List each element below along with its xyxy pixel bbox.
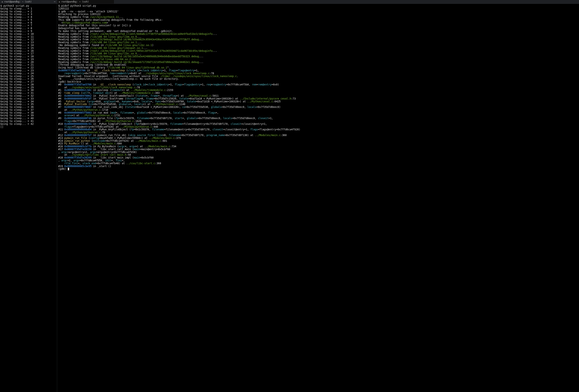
- output-line: [Thread debugging using libthread_db ena…: [58, 63, 578, 66]
- sleep-line: Going to sleep... = 17: [0, 52, 56, 55]
- sleep-line: Going to sleep... = 25: [0, 75, 56, 78]
- output-line: 78 ../sysdeps/unix/sysv/linux/clock_nano…: [58, 78, 578, 80]
- terminal-right[interactable]: $ pidof python3 script.py 1265122 $ gdb …: [57, 4, 579, 392]
- path: /root/.cache/debuginfod_client/985ec2df5…: [90, 50, 213, 52]
- path: /usr/lib/debug/.build-id/50/2d55a5e42488…: [90, 55, 199, 58]
- sleep-line: Going to sleep... = 27: [0, 80, 56, 83]
- split-panes: $ python3 script.py Going to sleep... = …: [0, 4, 579, 392]
- output-line: Debuginfod has been enabled.: [58, 27, 578, 30]
- path: /lib/x86_64-linux-gnu/libc.so.6: [90, 52, 137, 55]
- tab-overflow-icon[interactable]: ⋯: [54, 0, 55, 3]
- backtrace-frame: #15 Py_RunMain () at ../Modules/main.c:6…: [58, 142, 578, 145]
- backtrace-frame: flags=flags@entry=0x7ffd6ca4f928) at ../…: [58, 126, 578, 128]
- backtrace-frame: #3 0x00000000004f6862 in _PyEval_EvalFra…: [58, 95, 578, 97]
- backtrace-frame: #14 pymain_run_python (exitcode=0x7ffd6c…: [58, 140, 578, 143]
- shell-prompt: $: [58, 10, 61, 13]
- sleep-line: Going to sleep... = 38: [0, 112, 56, 114]
- sleep-line: Going to sleep... = 42: [0, 123, 56, 126]
- backtrace-frame: #19 0x00000000005cbe95 in _start (): [58, 165, 578, 168]
- path: /usr/lib/debug/.build-id/88/535e0829c850…: [90, 38, 199, 41]
- backtrace-frame: at ../sysdeps/nptl/libc_start_call_main.…: [58, 154, 578, 156]
- command: pidof python3 script.py: [61, 4, 96, 7]
- cursor: [68, 168, 69, 170]
- sleep-line: Going to sleep... = 5: [0, 19, 56, 21]
- sleep-line: Going to sleep... = 9: [0, 30, 56, 33]
- path: /lib/x86_64-linux-gnu/libm.so.6: [90, 35, 137, 38]
- backtrace-frame: #12 0x0000000000606fbf in pymain_run_fil…: [58, 134, 578, 137]
- backtrace-frame: #1 0x000000000062c3dc in pysleep (timeou…: [58, 89, 578, 92]
- sleep-line: Going to sleep... = 30: [0, 89, 56, 92]
- backtrace-frame: #4 0x00000000005d9fdf in _PyEval_EvalFra…: [58, 97, 578, 100]
- backtrace-frame: rtld_fini=, stack_end=0x7ffd6ca4fb48) at…: [58, 162, 578, 165]
- sleep-line: Going to sleep... = 8: [0, 27, 56, 30]
- sleep-line: Going to sleep... = 41: [0, 120, 56, 123]
- sleep-line: Going to sleep... = 19: [0, 58, 56, 61]
- path: ./time/../sysdeps/unix/sysv/linux/clock_…: [160, 75, 237, 78]
- sleep-line: Going to sleep... = 10: [0, 33, 56, 36]
- path: /lib/x86_64-linux-gnu/libz.so.1: [105, 44, 152, 47]
- sleep-line: Going to sleep... = 21: [0, 63, 56, 66]
- output-line: Attaching to process 1265122: [58, 13, 578, 16]
- sleep-line: Going to sleep... = 22: [0, 66, 56, 69]
- close-icon[interactable]: ✕: [59, 0, 60, 3]
- sleep-line: Going to sleep... = 1: [0, 7, 56, 10]
- sleep-line: Going to sleep... = 34: [0, 100, 56, 103]
- gdb-command: (gdb) backtrace: [58, 80, 578, 83]
- tab-title: root@pwndbg: ~ (ssh): [4, 0, 53, 3]
- backtrace-frame: #6 PyEval_EvalCode (co=0x7f35d755d530, g…: [58, 103, 578, 106]
- sleep-line: Going to sleep... = 12: [0, 38, 56, 41]
- backtrace: #0 0x00007f35d7ae5706 in __GI___clock_na…: [58, 83, 578, 168]
- backtrace-frame: #0 0x00007f35d7ae5706 in __GI___clock_na…: [58, 83, 578, 86]
- path: /lib/x86_64-linux-gnu/libexpat.so.1: [90, 47, 143, 50]
- output-line: Enable debuginfod for this session? (y o…: [58, 24, 578, 27]
- shell-prompt: $: [58, 4, 61, 7]
- sleep-line: Going to sleep... = 13: [0, 41, 56, 44]
- tab-1[interactable]: ✕ root@pwndbg: ~ (ssh) ⋯: [0, 0, 57, 4]
- backtrace-frame: at ../sysdeps/unix/sysv/linux/clock_nano…: [58, 86, 578, 89]
- sleep-line: Going to sleep... = 20: [0, 61, 56, 64]
- output-line: <: [58, 21, 63, 24]
- sleep-line: Going to sleep... = 24: [0, 72, 56, 75]
- pid-output: 1265122: [58, 7, 578, 10]
- terminal-left[interactable]: $ python3 script.py Going to sleep... = …: [0, 4, 57, 392]
- backtrace-frame: #8 0x00000000005f5083 in run_mod (mod=, …: [58, 112, 578, 114]
- backtrace-frame: at ../Python/pythonrun.c:79: [58, 131, 578, 134]
- backtrace-frame: #5 _PyEval_Vector (args=0x0, argcount=0,…: [58, 100, 578, 103]
- command: python3 script.py: [3, 4, 29, 7]
- sleep-line: Going to sleep... = 15: [0, 47, 56, 50]
- sleep-line: Going to sleep... = 32: [0, 95, 56, 97]
- sleep-line: Going to sleep... = 23: [0, 69, 56, 72]
- args: (clock_id=clock_id@entry=1, flags=flags@…: [125, 69, 199, 72]
- gdb-prompt[interactable]: (gdb): [58, 168, 68, 170]
- sleep-line: Going to sleep... = 28: [0, 83, 56, 86]
- sleep-line: Going to sleep... = 11: [0, 36, 56, 38]
- path: /lib/x86_64-linux-gnu/libthread_db.so.1: [108, 66, 167, 69]
- sleep-line: Going to sleep... = 36: [0, 106, 56, 109]
- backtrace-frame: #17 0x00007f35d7a28150 in __libc_start_c…: [58, 148, 578, 154]
- address: 0x00007f35d7ae5706: [58, 69, 85, 72]
- output-line: This GDB supports auto-downloading debug…: [58, 19, 578, 21]
- path: /root/.cache/debuginfod_client/bb0a6c17f…: [90, 33, 213, 35]
- close-icon[interactable]: ✕: [1, 0, 3, 3]
- backtrace-frame: #2 time_sleep (self=, timeout_obj=) at .…: [58, 92, 578, 95]
- tab-2[interactable]: ✕ root@pwndbg: ~ (ssh): [57, 0, 114, 4]
- sleep-line: Going to sleep... = 4: [0, 16, 56, 19]
- path: /usr/lib/debug/.build-id/3b/34aaeb71739d…: [90, 61, 199, 63]
- sleep-line: Going to sleep... = 16: [0, 50, 56, 53]
- backtrace-frame: #10 0x0000000000608c91 in _PyRun_SimpleF…: [58, 123, 578, 126]
- sleep-line: Going to sleep... = 7: [0, 24, 56, 27]
- shell-prompt: $: [0, 4, 3, 7]
- sleep-line: Going to sleep... = 29: [0, 86, 56, 89]
- sleep-line: Going to sleep... = 37: [0, 109, 56, 112]
- backtrace-frame: at ../Python/pythonrun.c:1710: [58, 109, 578, 112]
- cursor-line: []: [0, 126, 56, 128]
- sleep-line: Going to sleep... = 14: [0, 44, 56, 47]
- backtrace-frame: #16 0x00000000005cbffb in Py_BytesMain (…: [58, 145, 578, 148]
- tab-bar: ✕ root@pwndbg: ~ (ssh) ⋯ ✕ root@pwndbg: …: [0, 0, 579, 4]
- sleep-line: Going to sleep... = 31: [0, 92, 56, 95]
- backtrace-frame: #18 0x00007f35d7a28209 in __libc_start_m…: [58, 156, 578, 162]
- url: https://debuginfod.ubuntu.com: [63, 21, 107, 24]
- backtrace-frame: flags=0x7ffd6ca4f928) at ../Python/pytho…: [58, 120, 578, 123]
- backtrace-frame: #13 pymain_run_file (config=0xa57a60 <_P…: [58, 137, 578, 140]
- backtrace-frame: #9 0x0000000000608f46 in pyrun_file (fp=…: [58, 117, 578, 120]
